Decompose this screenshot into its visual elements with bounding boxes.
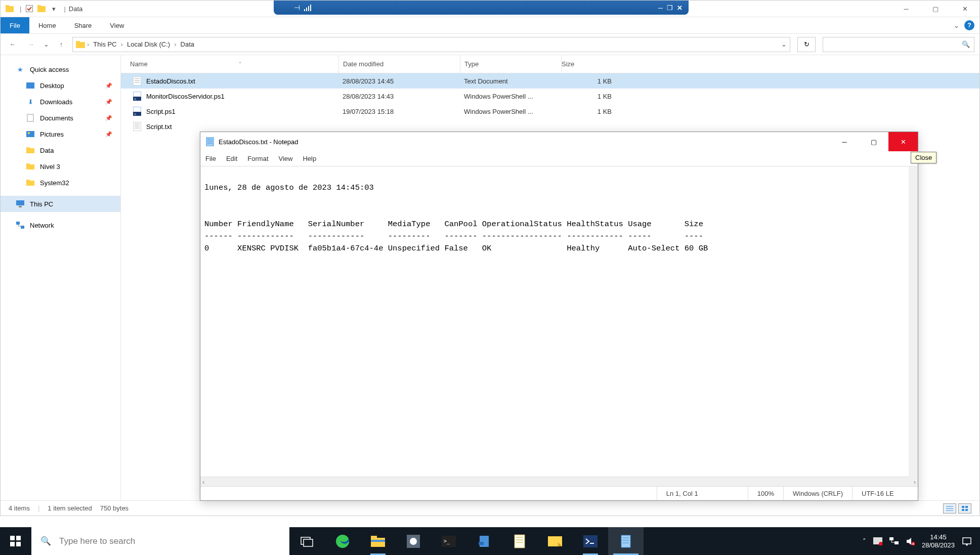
- documents-icon: [26, 113, 35, 122]
- sidebar-desktop[interactable]: Desktop 📌: [1, 77, 120, 94]
- ribbon-expand-icon[interactable]: ⌄: [954, 22, 959, 29]
- notepad-close-button[interactable]: ✕: [888, 132, 918, 151]
- view-large-button[interactable]: [958, 503, 971, 514]
- vertical-scrollbar[interactable]: [909, 166, 918, 477]
- breadcrumb-thispc[interactable]: This PC: [91, 40, 118, 48]
- folder-icon: [5, 4, 15, 14]
- close-button[interactable]: ✕: [950, 1, 979, 17]
- column-type[interactable]: Type: [460, 55, 561, 73]
- tab-view[interactable]: View: [101, 17, 133, 33]
- taskbar-app-1[interactable]: [396, 527, 431, 555]
- tray-network-icon[interactable]: [889, 537, 899, 545]
- folder-icon: [26, 146, 35, 155]
- tab-share[interactable]: Share: [65, 17, 101, 33]
- folder-icon: [36, 4, 47, 14]
- search-input[interactable]: 🔍: [823, 37, 974, 52]
- minimize-button[interactable]: ─: [891, 1, 921, 17]
- taskbar-search[interactable]: 🔍 Type here to search: [31, 527, 289, 555]
- sidebar-downloads[interactable]: ⬇ Downloads 📌: [1, 94, 120, 110]
- tab-home[interactable]: Home: [29, 17, 65, 33]
- horizontal-scrollbar[interactable]: ‹›: [200, 477, 918, 486]
- menu-format[interactable]: Format: [247, 155, 268, 162]
- taskbar-explorer[interactable]: [360, 527, 396, 555]
- sidebar-nivel3[interactable]: Nivel 3: [1, 158, 120, 175]
- svg-rect-56: [304, 539, 313, 546]
- checkbox-icon[interactable]: [24, 4, 34, 14]
- recent-dropdown-icon[interactable]: ⌄: [42, 37, 50, 52]
- start-button[interactable]: [0, 527, 31, 555]
- svg-rect-1: [6, 5, 9, 7]
- notepad-titlebar[interactable]: EstadoDiscos.txt - Notepad ─ ▢ ✕: [200, 132, 918, 151]
- tab-file[interactable]: File: [1, 17, 29, 33]
- column-size[interactable]: Size: [561, 55, 622, 73]
- svg-rect-6: [306, 8, 307, 11]
- file-date: 19/07/2023 15:18: [338, 108, 460, 115]
- taskbar-edge[interactable]: [325, 527, 360, 555]
- pin-icon[interactable]: ⊣: [294, 4, 300, 12]
- pin-icon: 📌: [105, 115, 112, 121]
- tray-volume-icon[interactable]: [906, 537, 915, 545]
- maximize-button[interactable]: ▢: [921, 1, 950, 17]
- svg-rect-16: [26, 148, 34, 153]
- address-bar[interactable]: › This PC › Local Disk (C:) › Data ⌄: [72, 37, 790, 52]
- sidebar-documents[interactable]: Documents 📌: [1, 110, 120, 126]
- taskbar-notepad[interactable]: [608, 527, 644, 555]
- column-name[interactable]: Name˄: [121, 60, 338, 68]
- sidebar-pictures[interactable]: Pictures 📌: [1, 126, 120, 142]
- sidebar-network[interactable]: Network: [1, 217, 120, 233]
- taskbar-app-2[interactable]: [466, 527, 502, 555]
- taskbar-powershell[interactable]: [573, 527, 608, 555]
- notepad-window: EstadoDiscos.txt - Notepad ─ ▢ ✕ File Ed…: [200, 132, 918, 501]
- file-row[interactable]: >_MonitorDiscosServidor.ps128/08/2023 14…: [121, 89, 979, 104]
- tray-expand-icon[interactable]: ˄: [863, 537, 866, 545]
- svg-rect-82: [963, 538, 971, 544]
- svg-rect-20: [26, 181, 34, 186]
- up-button[interactable]: ↑: [54, 37, 68, 52]
- breadcrumb-folder[interactable]: Data: [179, 40, 196, 48]
- file-name: Script.ps1: [146, 108, 176, 115]
- menu-view[interactable]: View: [279, 155, 293, 162]
- status-selected: 1 item selected: [48, 504, 92, 512]
- status-bytes: 750 bytes: [100, 504, 129, 512]
- status-item-count: 4 items: [9, 504, 30, 512]
- notepad-minimize-button[interactable]: ─: [830, 132, 859, 151]
- rdp-restore-button[interactable]: ❐: [667, 4, 673, 12]
- sidebar-quick-access[interactable]: ★ Quick access: [1, 61, 120, 77]
- notepad-textarea[interactable]: lunes, 28 de agosto de 2023 14:45:03 Num…: [200, 166, 918, 477]
- forward-button[interactable]: →: [24, 37, 38, 52]
- svg-rect-21: [26, 180, 30, 181]
- file-name: MonitorDiscosServidor.ps1: [146, 93, 225, 100]
- sidebar-data[interactable]: Data: [1, 142, 120, 158]
- refresh-button[interactable]: ↻: [797, 37, 816, 52]
- svg-text:>_: >_: [444, 538, 450, 544]
- help-icon[interactable]: ?: [964, 20, 974, 30]
- tray-clock[interactable]: 14:45 28/08/2023: [922, 533, 955, 549]
- column-date[interactable]: Date modified: [338, 55, 460, 73]
- svg-rect-13: [28, 115, 33, 121]
- tray-notifications-icon[interactable]: [962, 537, 972, 546]
- file-row[interactable]: EstadoDiscos.txt28/08/2023 14:45Text Doc…: [121, 73, 979, 89]
- back-button[interactable]: ←: [6, 37, 20, 52]
- file-date: 28/08/2023 14:43: [338, 93, 460, 100]
- file-row[interactable]: >_Script.ps119/07/2023 15:18Windows Powe…: [121, 104, 979, 119]
- menu-edit[interactable]: Edit: [226, 155, 237, 162]
- sidebar-thispc[interactable]: This PC: [1, 196, 120, 212]
- view-details-button[interactable]: [943, 503, 956, 514]
- rdp-minimize-button[interactable]: ─: [658, 4, 663, 12]
- qat-dropdown-icon[interactable]: ▾: [49, 4, 59, 14]
- taskbar-cmd[interactable]: >_: [431, 527, 466, 555]
- breadcrumb-drive[interactable]: Local Disk (C:): [125, 40, 172, 48]
- svg-rect-14: [26, 131, 34, 137]
- rdp-close-button[interactable]: ✕: [677, 4, 683, 12]
- task-view-button[interactable]: [289, 527, 325, 555]
- taskbar-notepad-pinned[interactable]: [502, 527, 537, 555]
- system-tray: ˄ 14:45 28/08/2023: [863, 527, 980, 555]
- notepad-maximize-button[interactable]: ▢: [859, 132, 888, 151]
- address-dropdown-icon[interactable]: ⌄: [781, 40, 787, 48]
- menu-help[interactable]: Help: [303, 155, 316, 162]
- sidebar-system32[interactable]: System32: [1, 175, 120, 191]
- file-date: 28/08/2023 14:45: [338, 77, 460, 85]
- taskbar-sticky[interactable]: [537, 527, 573, 555]
- tray-app-icon[interactable]: [873, 537, 882, 545]
- menu-file[interactable]: File: [205, 155, 216, 162]
